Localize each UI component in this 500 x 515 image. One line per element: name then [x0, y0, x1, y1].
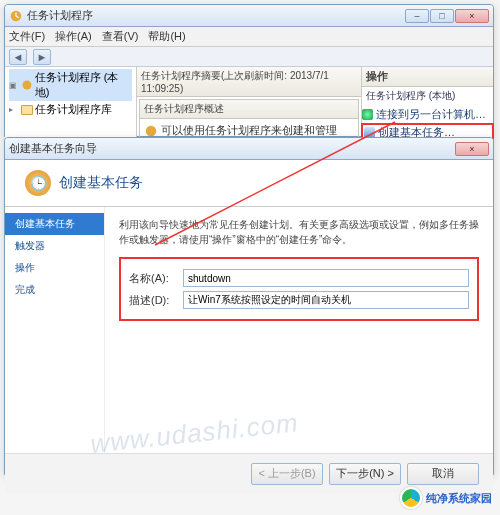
step-finish[interactable]: 完成	[5, 279, 104, 301]
maximize-button[interactable]: □	[430, 9, 454, 23]
close-button[interactable]: ×	[455, 9, 489, 23]
step-trigger[interactable]: 触发器	[5, 235, 104, 257]
task-scheduler-window: 任务计划程序 – □ × 文件(F) 操作(A) 查看(V) 帮助(H) ◄ ►…	[4, 4, 494, 137]
tree-root-label: 任务计划程序 (本地)	[35, 70, 132, 100]
menu-help[interactable]: 帮助(H)	[148, 29, 185, 44]
svg-point-1	[22, 81, 31, 90]
menu-file[interactable]: 文件(F)	[9, 29, 45, 44]
action-connect-label: 连接到另一台计算机…	[376, 107, 486, 122]
name-label: 名称(A):	[129, 271, 177, 286]
wizard-title: 创建基本任务向导	[9, 141, 455, 156]
clock-icon	[21, 79, 33, 91]
action-connect[interactable]: 连接到另一台计算机…	[362, 105, 493, 124]
connect-icon	[362, 109, 373, 120]
expander-icon[interactable]: ▣	[9, 81, 19, 90]
window-title: 任务计划程序	[27, 8, 405, 23]
wizard-header: 🕒 创建基本任务	[5, 160, 493, 207]
description-input[interactable]	[183, 291, 469, 309]
wizard-steps: 创建基本任务 触发器 操作 完成	[5, 207, 105, 453]
toolbar: ◄ ►	[5, 47, 493, 67]
tree-root[interactable]: ▣ 任务计划程序 (本地)	[9, 69, 132, 101]
expander-icon[interactable]: ▸	[9, 105, 19, 114]
highlight-box: 名称(A): 描述(D):	[119, 257, 479, 321]
menubar: 文件(F) 操作(A) 查看(V) 帮助(H)	[5, 27, 493, 47]
actions-group: 任务计划程序 (本地)	[362, 87, 493, 105]
next-button[interactable]: 下一步(N) >	[329, 463, 401, 485]
summary-header: 任务计划程序摘要(上次刷新时间: 2013/7/1 11:09:25)	[137, 67, 361, 97]
actions-title: 操作	[362, 67, 493, 87]
wizard-close-button[interactable]: ×	[455, 142, 489, 156]
step-basic[interactable]: 创建基本任务	[5, 213, 104, 235]
back-button: < 上一步(B)	[251, 463, 323, 485]
brand-logo-icon	[400, 487, 422, 509]
tree-library-label: 任务计划程序库	[35, 102, 112, 117]
wizard-titlebar[interactable]: 创建基本任务向导 ×	[5, 138, 493, 160]
wizard-form: 利用该向导快速地为常见任务创建计划。有关更多高级选项或设置，例如多任务操作或触发…	[105, 207, 493, 453]
clock-icon: 🕒	[25, 170, 51, 196]
minimize-button[interactable]: –	[405, 9, 429, 23]
name-input[interactable]	[183, 269, 469, 287]
nav-forward-button[interactable]: ►	[33, 49, 51, 65]
tree-library[interactable]: ▸ 任务计划程序库	[9, 101, 132, 118]
description-label: 描述(D):	[129, 293, 177, 308]
svg-point-2	[146, 126, 157, 137]
actions-pane: 操作 任务计划程序 (本地) 连接到另一台计算机… 创建基本任务…	[361, 67, 493, 138]
menu-action[interactable]: 操作(A)	[55, 29, 92, 44]
center-pane: 任务计划程序摘要(上次刷新时间: 2013/7/1 11:09:25) 任务计划…	[137, 67, 361, 138]
wizard-heading: 创建基本任务	[59, 174, 143, 192]
step-action[interactable]: 操作	[5, 257, 104, 279]
cancel-button[interactable]: 取消	[407, 463, 479, 485]
brand-badge: 纯净系统家园	[400, 487, 492, 509]
app-icon	[9, 9, 23, 23]
brand-text: 纯净系统家园	[426, 491, 492, 506]
menu-view[interactable]: 查看(V)	[102, 29, 139, 44]
folder-icon	[21, 105, 33, 115]
nav-back-button[interactable]: ◄	[9, 49, 27, 65]
overview-header: 任务计划程序概述	[140, 100, 358, 119]
wizard-intro: 利用该向导快速地为常见任务创建计划。有关更多高级选项或设置，例如多任务操作或触发…	[119, 217, 479, 247]
titlebar[interactable]: 任务计划程序 – □ ×	[5, 5, 493, 27]
tree-pane: ▣ 任务计划程序 (本地) ▸ 任务计划程序库	[5, 67, 137, 138]
